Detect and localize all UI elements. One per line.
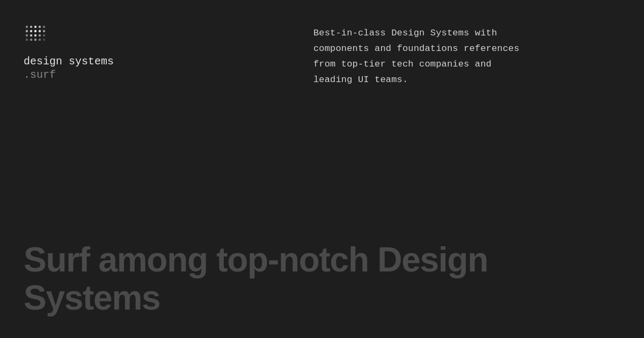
svg-point-7 bbox=[34, 30, 36, 32]
svg-point-3 bbox=[39, 26, 41, 28]
svg-point-8 bbox=[39, 30, 41, 32]
svg-point-18 bbox=[39, 39, 41, 41]
svg-point-0 bbox=[26, 26, 28, 28]
svg-point-1 bbox=[30, 26, 32, 28]
logo-tld: .surf bbox=[24, 69, 114, 81]
svg-point-15 bbox=[26, 39, 28, 41]
svg-point-4 bbox=[43, 26, 45, 28]
logo-icon bbox=[24, 24, 49, 49]
svg-point-9 bbox=[43, 30, 45, 32]
logo: design systems .surf bbox=[24, 24, 120, 88]
tagline-text: Best-in-class Design Systems with compon… bbox=[313, 26, 614, 88]
svg-point-16 bbox=[30, 39, 32, 41]
svg-point-10 bbox=[26, 34, 28, 36]
hero-heading: Surf among top-notch Design Systems bbox=[24, 241, 620, 317]
svg-point-6 bbox=[30, 30, 32, 32]
svg-point-12 bbox=[34, 34, 36, 36]
tagline-area: Best-in-class Design Systems with compon… bbox=[313, 24, 614, 88]
svg-point-14 bbox=[43, 34, 45, 36]
logo-name: design systems .surf bbox=[24, 55, 114, 81]
svg-point-5 bbox=[26, 30, 28, 32]
svg-point-13 bbox=[39, 34, 41, 36]
svg-point-2 bbox=[34, 26, 36, 28]
svg-point-17 bbox=[34, 39, 36, 41]
hero-section: Surf among top-notch Design Systems bbox=[0, 241, 644, 338]
svg-point-11 bbox=[30, 34, 32, 36]
svg-point-19 bbox=[43, 39, 45, 41]
